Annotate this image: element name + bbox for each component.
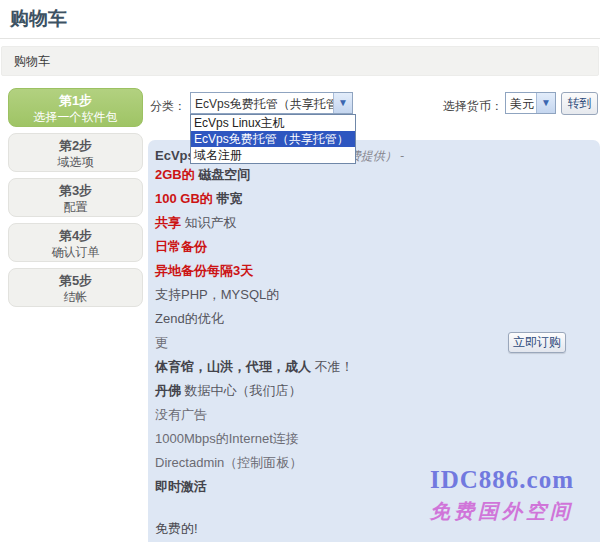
- currency-select[interactable]: 美元 ▼: [505, 92, 556, 114]
- feature-line: 2GB的 磁盘空间: [155, 163, 495, 187]
- feature-line: 没有广告: [155, 403, 495, 427]
- feature-line: 丹佛 数据中心（我们店）: [155, 379, 495, 403]
- feature-text: 知识产权: [181, 215, 237, 230]
- feature-line: 1000Mbps的Internet连接: [155, 427, 495, 451]
- sidebar-step-3[interactable]: 第3步 配置: [8, 178, 143, 217]
- feature-line: 更: [155, 331, 495, 355]
- feature-text: Zend的优化: [155, 311, 224, 326]
- feature-text: 带宽: [213, 191, 243, 206]
- chevron-down-icon[interactable]: ▼: [536, 93, 555, 113]
- category-select[interactable]: EcVps免费托管（共享托管） ▼: [190, 92, 353, 114]
- step-label: 域选项: [9, 154, 142, 170]
- feature-text: 即时激活: [155, 479, 207, 494]
- feature-line: Zend的优化: [155, 307, 495, 331]
- feature-line: 异地备份每隔3天: [155, 259, 495, 283]
- step-number: 第4步: [9, 227, 142, 244]
- step-label: 配置: [9, 199, 142, 215]
- category-label: 分类：: [150, 98, 186, 115]
- currency-label: 选择货币：: [443, 98, 503, 115]
- feature-text: 共享: [155, 215, 181, 230]
- feature-text: 没有广告: [155, 407, 207, 422]
- feature-text: 异地备份每隔3天: [155, 263, 253, 278]
- sidebar-step-5[interactable]: 第5步 结帐: [8, 268, 143, 307]
- feature-text: 2GB的: [155, 167, 195, 182]
- step-label: 选择一个软件包: [9, 109, 142, 125]
- feature-line: 体育馆，山洪，代理，成人 不准！: [155, 355, 495, 379]
- chevron-down-icon[interactable]: ▼: [333, 93, 352, 113]
- feature-text: 数据中心（我们店）: [181, 383, 302, 398]
- category-dropdown-list: EcVps Linux主机 EcVps免费托管（共享托管） 域名注册: [190, 114, 356, 164]
- step-label: 确认订单: [9, 244, 142, 260]
- feature-text: 支持PHP，MYSQL的: [155, 287, 279, 302]
- feature-text: 丹佛: [155, 383, 181, 398]
- header-divider: [0, 38, 600, 39]
- step-number: 第5步: [9, 272, 142, 289]
- feature-text: Directadmin（控制面板）: [155, 455, 302, 470]
- feature-line: 100 GB的 带宽: [155, 187, 495, 211]
- feature-text: 日常备份: [155, 239, 207, 254]
- feature-list: 2GB的 磁盘空间100 GB的 带宽共享 知识产权日常备份异地备份每隔3天支持…: [155, 163, 495, 499]
- dropdown-option-domain[interactable]: 域名注册: [191, 147, 355, 163]
- step-number: 第2步: [9, 137, 142, 154]
- feature-line: 支持PHP，MYSQL的: [155, 283, 495, 307]
- feature-text: 更: [155, 335, 168, 350]
- feature-line: 日常备份: [155, 235, 495, 259]
- dropdown-option-linux[interactable]: EcVps Linux主机: [191, 115, 355, 131]
- feature-line: 共享 知识产权: [155, 211, 495, 235]
- currency-go-button[interactable]: 转到: [561, 92, 598, 115]
- step-label: 结帐: [9, 289, 142, 305]
- feature-text: 磁盘空间: [195, 167, 251, 182]
- feature-line: Directadmin（控制面板）: [155, 451, 495, 475]
- dropdown-option-free-hosting[interactable]: EcVps免费托管（共享托管）: [191, 131, 355, 147]
- currency-select-value: 美元: [506, 93, 536, 113]
- feature-text: 不准！: [311, 359, 354, 374]
- step-number: 第3步: [9, 182, 142, 199]
- sidebar-step-4[interactable]: 第4步 确认订单: [8, 223, 143, 262]
- sidebar-step-2[interactable]: 第2步 域选项: [8, 133, 143, 172]
- price-note: 免费的!: [155, 520, 198, 538]
- feature-line: 即时激活: [155, 475, 495, 499]
- feature-text: 体育馆，山洪，代理，成人: [155, 359, 311, 374]
- feature-text: 1000Mbps的Internet连接: [155, 431, 299, 446]
- sidebar-step-1[interactable]: 第1步 选择一个软件包: [8, 88, 143, 127]
- feature-text: 100 GB的: [155, 191, 213, 206]
- category-select-value: EcVps免费托管（共享托管）: [191, 93, 333, 113]
- page-title: 购物车: [10, 6, 67, 32]
- step-number: 第1步: [9, 92, 142, 109]
- order-now-button[interactable]: 立即订购: [508, 332, 566, 353]
- breadcrumb[interactable]: 购物车: [1, 46, 599, 76]
